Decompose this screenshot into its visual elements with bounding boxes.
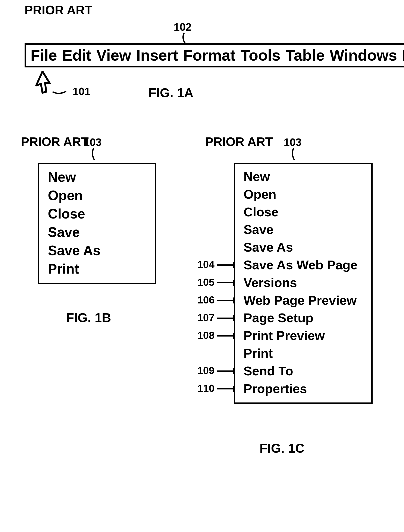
leader-101 bbox=[52, 88, 70, 96]
leader-108 bbox=[217, 332, 238, 341]
fig-caption-1c: FIG. 1C bbox=[260, 441, 304, 456]
menu-item-new[interactable]: New bbox=[244, 169, 365, 185]
menu-item-send-to[interactable]: Send To bbox=[244, 363, 365, 380]
menu-help[interactable]: Help bbox=[402, 46, 404, 64]
leader-103-c bbox=[291, 148, 299, 163]
cursor-icon bbox=[35, 71, 53, 94]
menu-item-print-preview[interactable]: Print Preview bbox=[244, 328, 365, 344]
fig-caption-1b: FIG. 1B bbox=[66, 310, 111, 325]
leader-106 bbox=[217, 297, 238, 305]
menu-item-new[interactable]: New bbox=[48, 169, 148, 186]
ref-num-105: 105 bbox=[193, 276, 215, 288]
menu-item-page-setup[interactable]: Page Setup bbox=[244, 310, 365, 326]
menu-item-properties[interactable]: Properties bbox=[244, 381, 365, 397]
ref-num-101: 101 bbox=[73, 85, 90, 98]
ref-num-106: 106 bbox=[193, 294, 215, 306]
menu-item-save[interactable]: Save bbox=[244, 222, 365, 238]
ref-num-102: 102 bbox=[174, 21, 191, 33]
menu-item-open[interactable]: Open bbox=[244, 186, 365, 203]
menu-item-print[interactable]: Print bbox=[244, 345, 365, 362]
menu-item-save-as[interactable]: Save As bbox=[48, 242, 148, 259]
menu-format[interactable]: Format bbox=[183, 46, 235, 64]
menu-windows[interactable]: Windows bbox=[330, 46, 397, 64]
leader-107 bbox=[217, 314, 238, 323]
ref-num-110: 110 bbox=[193, 382, 215, 394]
menu-item-print[interactable]: Print bbox=[48, 260, 148, 277]
ref-num-107: 107 bbox=[193, 312, 215, 323]
leader-109 bbox=[217, 367, 238, 376]
menu-item-close[interactable]: Close bbox=[48, 205, 148, 222]
ref-num-109: 109 bbox=[193, 365, 215, 376]
menu-file[interactable]: File bbox=[31, 46, 57, 64]
menu-item-close[interactable]: Close bbox=[244, 204, 365, 221]
leader-110 bbox=[217, 385, 238, 393]
menu-item-save-as[interactable]: Save As bbox=[244, 239, 365, 256]
menu-table[interactable]: Table bbox=[286, 46, 325, 64]
menu-view[interactable]: View bbox=[96, 46, 131, 64]
prior-art-label-1b: PRIOR ART bbox=[21, 134, 89, 149]
menu-item-save-as-web-page[interactable]: Save As Web Page bbox=[244, 257, 365, 273]
menu-item-web-page-preview[interactable]: Web Page Preview bbox=[244, 292, 365, 309]
patent-figure-page: PRIOR ART 102 File Edit View Insert Form… bbox=[0, 0, 404, 532]
leader-103-b bbox=[91, 148, 99, 163]
ref-num-103-c: 103 bbox=[284, 136, 301, 149]
dropdown-file-long: New Open Close Save Save As Save As Web … bbox=[234, 163, 373, 404]
menubar: File Edit View Insert Format Tools Table… bbox=[25, 43, 404, 67]
menu-item-versions[interactable]: Versions bbox=[244, 275, 365, 291]
menu-item-save[interactable]: Save bbox=[48, 224, 148, 241]
menu-edit[interactable]: Edit bbox=[62, 46, 91, 64]
prior-art-label-1a: PRIOR ART bbox=[25, 3, 92, 17]
ref-num-104: 104 bbox=[193, 259, 215, 270]
leader-104 bbox=[217, 261, 238, 270]
dropdown-file-short: New Open Close Save Save As Print bbox=[38, 163, 156, 284]
menu-insert[interactable]: Insert bbox=[136, 46, 178, 64]
ref-num-103-b: 103 bbox=[84, 136, 101, 149]
ref-num-108: 108 bbox=[193, 329, 215, 341]
leader-105 bbox=[217, 279, 238, 287]
menu-tools[interactable]: Tools bbox=[241, 46, 280, 64]
prior-art-label-1c: PRIOR ART bbox=[205, 134, 273, 149]
menu-item-open[interactable]: Open bbox=[48, 187, 148, 204]
fig-caption-1a: FIG. 1A bbox=[149, 85, 193, 100]
